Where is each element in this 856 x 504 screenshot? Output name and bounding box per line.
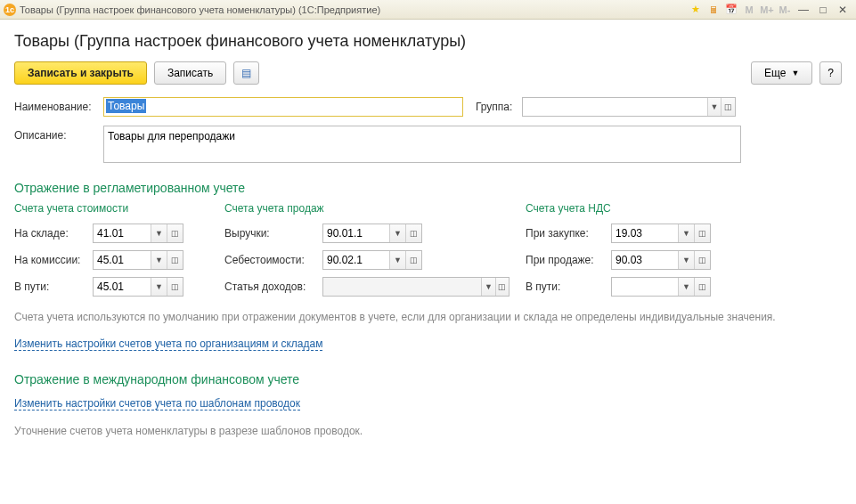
change-org-warehouse-link[interactable]: Изменить настройки счетов учета по орган… (14, 337, 322, 351)
group-input[interactable] (523, 98, 707, 116)
name-field[interactable]: Товары (103, 97, 463, 117)
list-icon: ▤ (241, 67, 251, 79)
col-cost-accounts: Счета учета стоимости На складе: ▼ ◫ На … (14, 202, 208, 304)
minimize-button[interactable]: — (794, 3, 813, 17)
open-icon[interactable]: ◫ (405, 251, 421, 269)
group-dropdown-icon[interactable]: ▼ (707, 98, 721, 116)
col-sales-head: Счета учета продаж (224, 202, 510, 215)
toolbar: Записать и закрыть Записать ▤ Еще ▼ ? (14, 61, 842, 85)
income-item-label: Статья доходов: (224, 280, 322, 293)
dropdown-icon[interactable]: ▼ (151, 224, 167, 242)
dropdown-icon: ▼ (481, 278, 494, 296)
dropdown-icon[interactable]: ▼ (678, 251, 694, 269)
memory-m-icon[interactable]: M (741, 3, 757, 17)
dropdown-icon[interactable]: ▼ (389, 224, 405, 242)
close-button[interactable]: ✕ (833, 3, 852, 17)
dropdown-icon[interactable]: ▼ (151, 251, 167, 269)
col-sales-accounts: Счета учета продаж Выручки: ▼ ◫ Себестои… (224, 202, 510, 304)
open-icon[interactable]: ◫ (694, 224, 710, 242)
warehouse-label: На складе: (14, 227, 93, 240)
vat-purchase-label: При закупке: (526, 227, 611, 240)
page-title: Товары (Группа настроек финансового учет… (14, 32, 842, 51)
dropdown-icon[interactable]: ▼ (678, 224, 694, 242)
open-icon[interactable]: ◫ (694, 278, 710, 296)
vat-transit-label: В пути: (526, 280, 611, 293)
commission-input[interactable] (94, 251, 151, 269)
dropdown-icon[interactable]: ▼ (151, 278, 167, 296)
group-field[interactable]: ▼ ◫ (522, 97, 736, 117)
list-button[interactable]: ▤ (233, 61, 259, 85)
open-icon[interactable]: ◫ (167, 251, 183, 269)
ifrs-note: Уточнение счетов учета номенклатуры в ра… (14, 423, 842, 439)
dropdown-icon[interactable]: ▼ (678, 278, 694, 296)
chevron-down-icon: ▼ (791, 69, 799, 77)
name-label: Наименование: (14, 97, 103, 113)
cogs-input[interactable] (323, 251, 389, 269)
col-vat-accounts: Счета учета НДС При закупке: ▼ ◫ При про… (526, 202, 793, 304)
window-title: Товары (Группа настроек финансового учет… (20, 4, 380, 15)
help-button[interactable]: ? (819, 61, 842, 85)
desc-label: Описание: (14, 126, 103, 142)
revenue-label: Выручки: (224, 227, 322, 240)
vat-purchase-input[interactable] (612, 224, 678, 242)
app-icon: 1c (4, 4, 16, 16)
section-regulated-title: Отражение в регламетированном учете (14, 181, 842, 195)
more-button[interactable]: Еще ▼ (751, 61, 812, 85)
memory-mplus-icon[interactable]: M+ (759, 3, 775, 17)
group-label: Группа: (476, 97, 522, 113)
commission-label: На комиссии: (14, 254, 93, 266)
desc-textarea[interactable]: Товары для перепродажи (103, 126, 741, 163)
col-vat-head: Счета учета НДС (526, 202, 793, 215)
intransit-input[interactable] (94, 278, 151, 296)
intransit-field[interactable]: ▼ ◫ (93, 277, 183, 297)
revenue-field[interactable]: ▼ ◫ (322, 224, 422, 243)
calculator-icon[interactable]: 🖩 (705, 3, 721, 17)
group-open-icon[interactable]: ◫ (721, 98, 735, 116)
intransit-label: В пути: (14, 280, 93, 293)
income-item-field: ▼ ◫ (322, 277, 510, 297)
warehouse-field[interactable]: ▼ ◫ (93, 224, 183, 243)
memory-mminus-icon[interactable]: M- (777, 3, 793, 17)
open-icon[interactable]: ◫ (694, 251, 710, 269)
open-icon[interactable]: ◫ (405, 224, 421, 242)
change-templates-link[interactable]: Изменить настройки счетов учета по шабло… (14, 397, 300, 411)
vat-sale-field[interactable]: ▼ ◫ (611, 250, 711, 270)
save-button[interactable]: Записать (154, 61, 226, 85)
accounts-note: Счета учета используются по умолчанию пр… (14, 309, 842, 325)
income-item-input (323, 278, 481, 296)
vat-purchase-field[interactable]: ▼ ◫ (611, 224, 711, 243)
warehouse-input[interactable] (94, 224, 151, 242)
cogs-label: Себестоимости: (224, 254, 322, 266)
save-and-close-button[interactable]: Записать и закрыть (14, 61, 147, 85)
col-cost-head: Счета учета стоимости (14, 202, 208, 215)
vat-transit-field[interactable]: ▼ ◫ (611, 277, 711, 297)
name-input[interactable]: Товары (106, 99, 146, 113)
open-icon[interactable]: ◫ (167, 278, 183, 296)
section-ifrs-title: Отражение в международном финансовом уче… (14, 372, 842, 386)
commission-field[interactable]: ▼ ◫ (93, 250, 183, 270)
cogs-field[interactable]: ▼ ◫ (322, 250, 422, 270)
more-button-label: Еще (764, 67, 786, 79)
maximize-button[interactable]: □ (813, 3, 833, 17)
vat-sale-input[interactable] (612, 251, 678, 269)
open-icon[interactable]: ◫ (167, 224, 183, 242)
revenue-input[interactable] (323, 224, 389, 242)
dropdown-icon[interactable]: ▼ (389, 251, 405, 269)
favorite-icon[interactable]: ★ (688, 3, 704, 17)
calendar-icon[interactable]: 📅 (723, 3, 739, 17)
vat-sale-label: При продаже: (526, 254, 611, 266)
titlebar: 1c Товары (Группа настроек финансового у… (0, 0, 856, 20)
open-icon: ◫ (495, 278, 509, 296)
vat-transit-input[interactable] (612, 278, 678, 296)
